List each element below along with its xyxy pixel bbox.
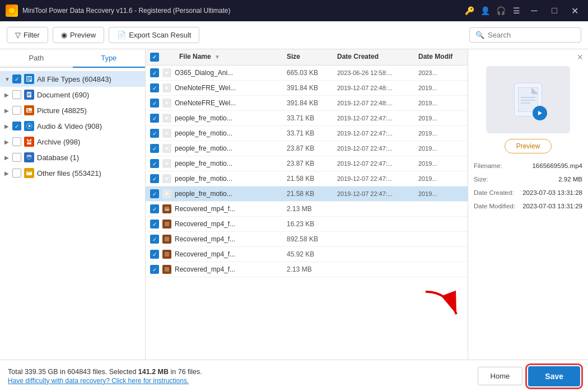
tree-item-archive[interactable]: ▶ Archive (998) xyxy=(0,134,145,150)
search-box[interactable]: 🔍 xyxy=(469,27,581,43)
row-checkbox[interactable]: ✓ xyxy=(150,174,159,183)
search-input[interactable] xyxy=(488,31,575,39)
checkbox-av[interactable]: ✓ xyxy=(12,122,21,130)
file-name: people_fre_motio... xyxy=(175,114,287,122)
total-text: Total 339.35 GB in 604843 files. xyxy=(8,368,107,376)
table-row[interactable]: ✓ OneNoteFRE_Wel... 391.84 KB 2019-12-07… xyxy=(146,81,468,96)
tree-item-all[interactable]: ▼ ✓ All File Types (604843) xyxy=(0,71,145,87)
menu-icon[interactable]: ☰ xyxy=(511,5,522,16)
file-name: O365_Dialog_Ani... xyxy=(175,69,287,77)
file-modified: 2019... xyxy=(418,160,463,167)
tree-item-document[interactable]: ▶ Document (690) xyxy=(0,87,145,102)
help-link[interactable]: Have difficulty with data recovery? Clic… xyxy=(8,377,202,385)
checkbox-pic[interactable] xyxy=(12,106,21,115)
row-checkbox[interactable]: ✓ xyxy=(150,250,159,259)
tree-item-audio-video[interactable]: ▶ ✓ Audio & Video (908) xyxy=(0,118,145,134)
maximize-button[interactable]: □ xyxy=(547,3,562,18)
file-size: 391.84 KB xyxy=(287,84,337,92)
file-modified: 2019... xyxy=(418,190,463,197)
tree-item-other[interactable]: ▶ Other files (553421) xyxy=(0,165,145,181)
svg-marker-27 xyxy=(166,162,169,165)
select-all-checkbox[interactable]: ✓ xyxy=(150,53,159,62)
checkbox-all[interactable]: ✓ xyxy=(12,74,21,83)
close-button[interactable]: ✕ xyxy=(567,3,582,18)
expand-arrow-av: ▶ xyxy=(4,123,12,129)
file-created: 2019-12-07 22:47:... xyxy=(337,115,418,122)
table-row[interactable]: ✓ OneNoteFRE_Wel... 391.84 KB 2019-12-07… xyxy=(146,96,468,111)
table-row[interactable]: ✓ mp4 Recovered_mp4_f... 2.13 MB xyxy=(146,202,468,217)
row-checkbox[interactable]: ✓ xyxy=(150,189,159,198)
table-row[interactable]: ✓ people_fre_motio... 23.87 KB 2019-12-0… xyxy=(146,156,468,171)
preview-close-button[interactable]: ✕ xyxy=(577,53,584,62)
svg-marker-42 xyxy=(538,111,542,115)
left-tabs: Path Type xyxy=(0,49,145,68)
row-checkbox[interactable]: ✓ xyxy=(150,68,159,77)
file-size: 2.13 MB xyxy=(287,205,337,213)
row-checkbox[interactable]: ✓ xyxy=(150,235,159,244)
file-size: 21.58 KB xyxy=(287,175,337,183)
row-checkbox[interactable]: ✓ xyxy=(150,129,159,138)
date-created-label: Date Created: xyxy=(474,187,514,199)
preview-panel: ✕ xyxy=(468,49,588,360)
other-icon xyxy=(24,168,34,178)
svg-text:mp4: mp4 xyxy=(165,208,170,211)
row-checkbox[interactable]: ✓ xyxy=(150,265,159,274)
file-size: 21.58 KB xyxy=(287,190,337,198)
selected-size: 141.2 MB xyxy=(138,368,169,376)
checkbox-other[interactable] xyxy=(12,169,21,178)
table-row[interactable]: ✓ Recovered_mp4_f... 2.13 MB xyxy=(146,262,468,277)
row-checkbox[interactable]: ✓ xyxy=(150,204,159,213)
file-modified: 2019... xyxy=(418,115,463,122)
file-modified: 2019... xyxy=(418,85,463,91)
preview-label: Preview xyxy=(70,31,96,39)
col-header-size: Size xyxy=(287,53,337,62)
minimize-button[interactable]: ─ xyxy=(526,3,542,18)
checkbox-doc[interactable] xyxy=(12,90,21,99)
row-checkbox[interactable]: ✓ xyxy=(150,114,159,123)
preview-button[interactable]: Preview xyxy=(505,139,552,153)
table-row[interactable]: ✓ people_fre_motio... 21.58 KB 2019-12-0… xyxy=(146,171,468,186)
tab-type[interactable]: Type xyxy=(73,49,146,68)
row-checkbox[interactable]: ✓ xyxy=(150,159,159,168)
row-checkbox[interactable]: ✓ xyxy=(150,144,159,153)
tab-path[interactable]: Path xyxy=(0,49,73,67)
filter-button[interactable]: ▽ Filter xyxy=(7,27,48,43)
row-checkbox[interactable]: ✓ xyxy=(150,83,159,92)
expand-arrow-doc: ▶ xyxy=(4,92,12,98)
headset-icon[interactable]: 🎧 xyxy=(495,5,506,16)
key-icon[interactable]: 🔑 xyxy=(464,5,475,16)
eye-icon: ◉ xyxy=(61,31,67,39)
status-left: Total 339.35 GB in 604843 files. Selecte… xyxy=(8,368,202,385)
picture-label: Picture (48825) xyxy=(37,106,141,115)
arrow-annotation xyxy=(414,289,465,327)
tree-item-database[interactable]: ▶ Database (1) xyxy=(0,150,145,165)
preview-toolbar-button[interactable]: ◉ Preview xyxy=(53,27,104,43)
table-row[interactable]: ✓ people_fre_motio... 23.87 KB 2019-12-0… xyxy=(146,141,468,156)
svg-rect-3 xyxy=(27,79,31,80)
table-row[interactable]: ✓ people_fre_motio... 33.71 KB 2019-12-0… xyxy=(146,111,468,126)
file-name: people_fre_motio... xyxy=(175,160,287,167)
home-button[interactable]: Home xyxy=(478,367,523,385)
col-header-filename: File Name ▼ xyxy=(179,53,287,62)
table-row[interactable]: ✓ Recovered_mp4_f... 16.23 KB xyxy=(146,217,468,232)
user-icon[interactable]: 👤 xyxy=(479,5,491,16)
checkbox-archive[interactable] xyxy=(12,137,21,146)
date-created-value: 2023-07-03 13:31:28 xyxy=(522,187,582,199)
svg-point-10 xyxy=(27,109,29,110)
svg-marker-29 xyxy=(166,192,169,195)
preview-thumbnail xyxy=(486,66,570,133)
table-row[interactable]: ✓ O365_Dialog_Ani... 665.03 KB 2023-06-2… xyxy=(146,66,468,81)
row-checkbox[interactable]: ✓ xyxy=(150,99,159,108)
tree-list: ▼ ✓ All File Types (604843) ▶ Document (… xyxy=(0,68,145,360)
export-button[interactable]: 📄 Export Scan Result xyxy=(109,27,199,43)
table-row[interactable]: ✓ people_fre_motio... 33.71 KB 2019-12-0… xyxy=(146,126,468,141)
tree-item-picture[interactable]: ▶ Picture (48825) xyxy=(0,102,145,118)
row-checkbox[interactable]: ✓ xyxy=(150,220,159,228)
svg-rect-14 xyxy=(28,139,30,140)
checkbox-db[interactable] xyxy=(12,153,21,162)
table-row[interactable]: ✓ people_fre_motio... 21.58 KB 2019-12-0… xyxy=(146,186,468,202)
col-header-modified: Date Modif xyxy=(418,53,463,62)
save-button[interactable]: Save xyxy=(528,366,580,386)
table-row[interactable]: ✓ Recovered_mp4_f... 892.58 KB xyxy=(146,232,468,247)
table-row[interactable]: ✓ Recovered_mp4_f... 45.92 KB xyxy=(146,247,468,262)
